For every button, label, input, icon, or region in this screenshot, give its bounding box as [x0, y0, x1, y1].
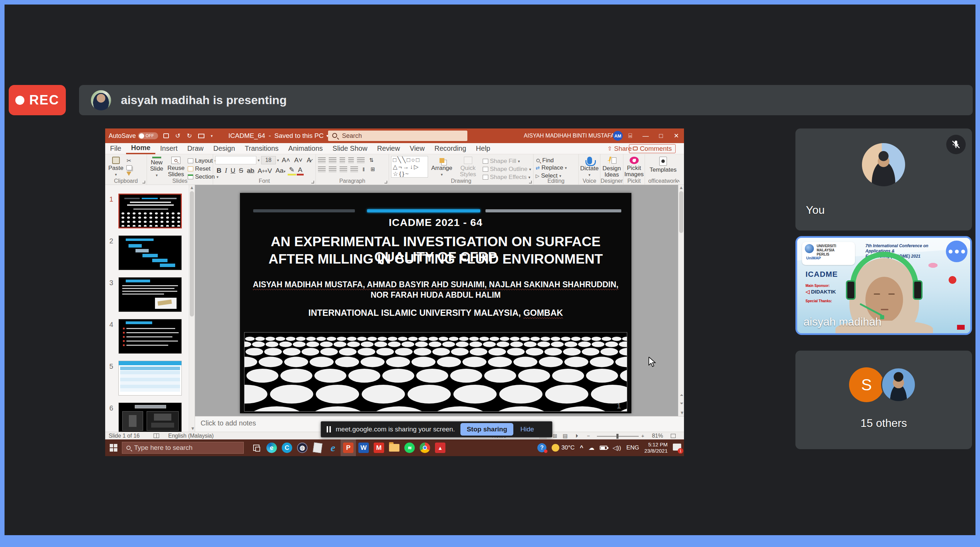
hide-share-bar-button[interactable]: Hide: [520, 426, 534, 433]
saved-status[interactable]: Saved to this PC: [274, 132, 324, 140]
share-button[interactable]: ⇧ Share: [607, 145, 632, 153]
collapse-ribbon-icon[interactable]: ˄: [677, 179, 680, 184]
minimize-button[interactable]: —: [638, 129, 653, 143]
start-button[interactable]: [105, 439, 122, 456]
canvas-scroll-up-icon[interactable]: ▲: [678, 185, 684, 190]
bullets-icon[interactable]: [318, 157, 326, 163]
shapes-gallery[interactable]: □╲╲□○□△¬→↓▷☆{}~: [391, 156, 428, 178]
taskbar-app-webex[interactable]: C: [279, 439, 294, 456]
reading-view-icon[interactable]: ▤: [563, 433, 568, 439]
autosave-toggle[interactable]: OFF: [138, 132, 158, 139]
templates-button[interactable]: Templates: [649, 156, 677, 178]
convert-smartart-icon[interactable]: ⊞: [369, 166, 377, 172]
fit-to-window-icon[interactable]: [671, 434, 676, 438]
align-left-icon[interactable]: [318, 167, 326, 172]
undo-icon[interactable]: ↺: [175, 132, 180, 140]
account-name[interactable]: AISYAH MADIHAH BINTI MUSTAFA: [524, 133, 614, 139]
pickit-images-button[interactable]: Pickit Images: [624, 156, 645, 178]
tab-slide-show[interactable]: Slide Show: [328, 143, 372, 154]
language-indicator[interactable]: English (Malaysia): [168, 433, 214, 439]
reuse-slides-button[interactable]: Reuse Slides: [167, 156, 186, 178]
tab-recording[interactable]: Recording: [430, 143, 471, 154]
italic-button[interactable]: I: [224, 167, 229, 175]
tab-review[interactable]: Review: [372, 143, 405, 154]
slide-thumbnail-5[interactable]: [118, 361, 182, 396]
taskbar-app-acrobat[interactable]: ▲: [433, 439, 448, 456]
tab-transitions[interactable]: Transitions: [240, 143, 283, 154]
slide-sorter-view-icon[interactable]: ⊞: [553, 433, 557, 439]
increase-indent-icon[interactable]: [348, 157, 354, 163]
scroll-down-icon[interactable]: ▼: [191, 426, 195, 431]
weather-widget[interactable]: 30°C: [552, 444, 574, 452]
participant-tile-others[interactable]: S 15 others: [795, 351, 972, 449]
volume-icon[interactable]: ◁)): [612, 444, 621, 452]
ppt-search-input[interactable]: [328, 130, 467, 141]
close-button[interactable]: ✕: [669, 129, 684, 143]
next-slide-icon[interactable]: ⏷: [680, 401, 683, 406]
highlight-color-button[interactable]: ✎: [288, 166, 296, 175]
taskbar-app-edge[interactable]: e: [264, 439, 279, 456]
slide-thumbnail-2[interactable]: [118, 235, 182, 270]
columns-icon[interactable]: ‖: [361, 167, 366, 172]
cut-icon[interactable]: ✂: [126, 157, 132, 164]
zoom-out-icon[interactable]: −: [587, 433, 590, 439]
arrange-button[interactable]: Arrange▾: [430, 156, 453, 178]
align-center-icon[interactable]: [329, 167, 336, 172]
scroll-up-icon[interactable]: ▲: [189, 185, 195, 190]
canvas-scroll-down-icon[interactable]: ▼: [680, 410, 684, 415]
account-avatar[interactable]: AM: [613, 131, 623, 141]
line-spacing-icon[interactable]: [357, 157, 364, 163]
font-size-select[interactable]: 18: [261, 156, 276, 164]
spellcheck-icon[interactable]: [154, 434, 159, 438]
drawing-dialog-launcher[interactable]: [529, 181, 532, 183]
participant-tile-presenter[interactable]: UNIVERSITI MALAYSIA PERLIS UniMAP ICADME…: [795, 236, 972, 335]
text-direction-icon[interactable]: ⇅: [368, 157, 375, 163]
bold-button[interactable]: B: [215, 167, 223, 175]
change-case-button[interactable]: Aa▾: [274, 167, 287, 175]
paste-button[interactable]: Paste▾: [107, 156, 124, 178]
help-tray-icon[interactable]: ?: [537, 443, 546, 452]
maximize-button[interactable]: □: [653, 129, 669, 143]
taskbar-app-word[interactable]: W: [356, 439, 371, 456]
shape-fill-button[interactable]: Shape Fill▾: [483, 158, 531, 165]
tab-animations[interactable]: Animations: [283, 143, 328, 154]
tab-insert[interactable]: Insert: [155, 143, 183, 154]
clipboard-dialog-launcher[interactable]: [142, 181, 145, 183]
taskbar-search[interactable]: [122, 442, 244, 454]
underline-button[interactable]: U: [229, 167, 237, 175]
pause-share-icon[interactable]: [327, 426, 331, 433]
battery-icon[interactable]: [600, 446, 607, 450]
tray-chevron-icon[interactable]: ^: [580, 444, 583, 451]
font-name-select[interactable]: [215, 156, 256, 164]
dictate-button[interactable]: Dictate▾: [579, 156, 600, 178]
search-box[interactable]: [328, 130, 467, 141]
participant-tile-you[interactable]: You: [795, 129, 972, 231]
slideshow-icon[interactable]: [198, 134, 204, 138]
keyboard-language[interactable]: ENG: [626, 444, 639, 451]
slide-thumbnail-4[interactable]: [118, 319, 182, 354]
tab-draw[interactable]: Draw: [183, 143, 208, 154]
taskbar-app-chrome[interactable]: [417, 439, 433, 456]
character-spacing-button[interactable]: A⇿V: [256, 167, 274, 175]
copy-icon[interactable]: [126, 165, 132, 170]
font-color-button[interactable]: A: [297, 166, 304, 175]
numbering-icon[interactable]: [329, 157, 336, 163]
zoom-in-icon[interactable]: +: [641, 433, 644, 439]
zoom-level[interactable]: 81%: [652, 433, 663, 439]
taskbar-app-onenote[interactable]: [310, 439, 325, 456]
decrease-indent-icon[interactable]: [340, 157, 345, 163]
tab-file[interactable]: File: [105, 143, 126, 154]
tab-design[interactable]: Design: [208, 143, 240, 154]
tab-view[interactable]: View: [405, 143, 430, 154]
font-dialog-launcher[interactable]: [311, 181, 314, 183]
slideshow-view-icon[interactable]: ⏵: [575, 433, 578, 439]
taskbar-app-file-explorer[interactable]: [387, 439, 402, 456]
slide-thumbnail-3[interactable]: [118, 277, 182, 312]
new-slide-button[interactable]: New Slide▾: [149, 156, 164, 178]
taskbar-search-input[interactable]: [134, 444, 232, 452]
previous-slide-icon[interactable]: ⏶: [680, 393, 683, 398]
stop-sharing-button[interactable]: Stop sharing: [460, 423, 513, 436]
tab-help[interactable]: Help: [471, 143, 495, 154]
justify-icon[interactable]: [350, 167, 358, 172]
quickaccess-chevron-icon[interactable]: ▾: [211, 134, 213, 138]
